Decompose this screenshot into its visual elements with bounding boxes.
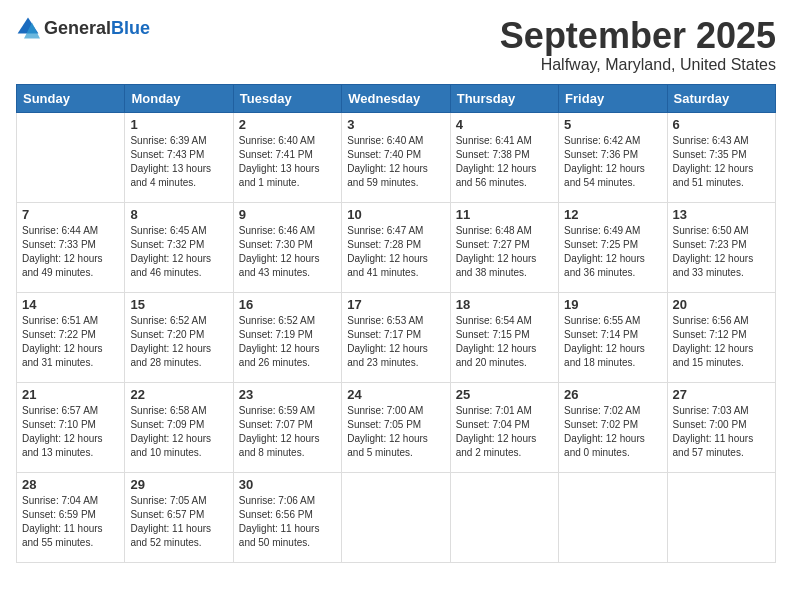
calendar-cell [667,472,775,562]
day-info: Sunrise: 6:48 AM Sunset: 7:27 PM Dayligh… [456,224,553,280]
column-header-wednesday: Wednesday [342,84,450,112]
day-number: 3 [347,117,444,132]
calendar-cell: 28Sunrise: 7:04 AM Sunset: 6:59 PM Dayli… [17,472,125,562]
day-info: Sunrise: 6:40 AM Sunset: 7:40 PM Dayligh… [347,134,444,190]
calendar-cell: 12Sunrise: 6:49 AM Sunset: 7:25 PM Dayli… [559,202,667,292]
day-number: 23 [239,387,336,402]
day-number: 13 [673,207,770,222]
day-info: Sunrise: 6:50 AM Sunset: 7:23 PM Dayligh… [673,224,770,280]
day-number: 7 [22,207,119,222]
calendar-header-row: SundayMondayTuesdayWednesdayThursdayFrid… [17,84,776,112]
day-info: Sunrise: 6:52 AM Sunset: 7:19 PM Dayligh… [239,314,336,370]
column-header-monday: Monday [125,84,233,112]
day-info: Sunrise: 7:06 AM Sunset: 6:56 PM Dayligh… [239,494,336,550]
day-number: 18 [456,297,553,312]
month-title: September 2025 [500,16,776,56]
calendar-cell: 20Sunrise: 6:56 AM Sunset: 7:12 PM Dayli… [667,292,775,382]
calendar-cell: 24Sunrise: 7:00 AM Sunset: 7:05 PM Dayli… [342,382,450,472]
column-header-friday: Friday [559,84,667,112]
logo-general: General [44,18,111,38]
day-number: 14 [22,297,119,312]
column-header-sunday: Sunday [17,84,125,112]
week-row-3: 14Sunrise: 6:51 AM Sunset: 7:22 PM Dayli… [17,292,776,382]
location-title: Halfway, Maryland, United States [500,56,776,74]
day-info: Sunrise: 7:03 AM Sunset: 7:00 PM Dayligh… [673,404,770,460]
calendar-cell: 26Sunrise: 7:02 AM Sunset: 7:02 PM Dayli… [559,382,667,472]
day-number: 2 [239,117,336,132]
day-number: 12 [564,207,661,222]
day-info: Sunrise: 6:43 AM Sunset: 7:35 PM Dayligh… [673,134,770,190]
week-row-2: 7Sunrise: 6:44 AM Sunset: 7:33 PM Daylig… [17,202,776,292]
day-info: Sunrise: 6:46 AM Sunset: 7:30 PM Dayligh… [239,224,336,280]
calendar-cell: 22Sunrise: 6:58 AM Sunset: 7:09 PM Dayli… [125,382,233,472]
day-info: Sunrise: 7:00 AM Sunset: 7:05 PM Dayligh… [347,404,444,460]
day-number: 16 [239,297,336,312]
day-number: 28 [22,477,119,492]
calendar-table: SundayMondayTuesdayWednesdayThursdayFrid… [16,84,776,563]
calendar-cell: 9Sunrise: 6:46 AM Sunset: 7:30 PM Daylig… [233,202,341,292]
week-row-5: 28Sunrise: 7:04 AM Sunset: 6:59 PM Dayli… [17,472,776,562]
column-header-tuesday: Tuesday [233,84,341,112]
header: GeneralBlue September 2025 Halfway, Mary… [16,16,776,74]
day-info: Sunrise: 7:02 AM Sunset: 7:02 PM Dayligh… [564,404,661,460]
calendar-cell: 7Sunrise: 6:44 AM Sunset: 7:33 PM Daylig… [17,202,125,292]
calendar-cell: 16Sunrise: 6:52 AM Sunset: 7:19 PM Dayli… [233,292,341,382]
week-row-1: 1Sunrise: 6:39 AM Sunset: 7:43 PM Daylig… [17,112,776,202]
week-row-4: 21Sunrise: 6:57 AM Sunset: 7:10 PM Dayli… [17,382,776,472]
calendar-cell: 3Sunrise: 6:40 AM Sunset: 7:40 PM Daylig… [342,112,450,202]
day-number: 20 [673,297,770,312]
calendar-cell: 10Sunrise: 6:47 AM Sunset: 7:28 PM Dayli… [342,202,450,292]
day-info: Sunrise: 7:01 AM Sunset: 7:04 PM Dayligh… [456,404,553,460]
logo-text: GeneralBlue [44,18,150,39]
day-number: 15 [130,297,227,312]
calendar-cell [17,112,125,202]
day-info: Sunrise: 7:05 AM Sunset: 6:57 PM Dayligh… [130,494,227,550]
day-number: 24 [347,387,444,402]
calendar-cell: 30Sunrise: 7:06 AM Sunset: 6:56 PM Dayli… [233,472,341,562]
calendar-cell [342,472,450,562]
calendar-cell: 15Sunrise: 6:52 AM Sunset: 7:20 PM Dayli… [125,292,233,382]
calendar-cell: 19Sunrise: 6:55 AM Sunset: 7:14 PM Dayli… [559,292,667,382]
day-number: 26 [564,387,661,402]
day-info: Sunrise: 6:40 AM Sunset: 7:41 PM Dayligh… [239,134,336,190]
day-number: 9 [239,207,336,222]
day-number: 29 [130,477,227,492]
day-info: Sunrise: 6:42 AM Sunset: 7:36 PM Dayligh… [564,134,661,190]
day-number: 27 [673,387,770,402]
day-info: Sunrise: 6:41 AM Sunset: 7:38 PM Dayligh… [456,134,553,190]
calendar-cell: 8Sunrise: 6:45 AM Sunset: 7:32 PM Daylig… [125,202,233,292]
calendar-cell: 25Sunrise: 7:01 AM Sunset: 7:04 PM Dayli… [450,382,558,472]
day-info: Sunrise: 6:49 AM Sunset: 7:25 PM Dayligh… [564,224,661,280]
day-info: Sunrise: 6:58 AM Sunset: 7:09 PM Dayligh… [130,404,227,460]
day-info: Sunrise: 6:44 AM Sunset: 7:33 PM Dayligh… [22,224,119,280]
day-number: 4 [456,117,553,132]
day-number: 30 [239,477,336,492]
day-info: Sunrise: 6:55 AM Sunset: 7:14 PM Dayligh… [564,314,661,370]
day-info: Sunrise: 6:59 AM Sunset: 7:07 PM Dayligh… [239,404,336,460]
day-info: Sunrise: 6:54 AM Sunset: 7:15 PM Dayligh… [456,314,553,370]
calendar-cell: 21Sunrise: 6:57 AM Sunset: 7:10 PM Dayli… [17,382,125,472]
title-area: September 2025 Halfway, Maryland, United… [500,16,776,74]
day-info: Sunrise: 6:57 AM Sunset: 7:10 PM Dayligh… [22,404,119,460]
calendar-cell: 18Sunrise: 6:54 AM Sunset: 7:15 PM Dayli… [450,292,558,382]
day-info: Sunrise: 6:45 AM Sunset: 7:32 PM Dayligh… [130,224,227,280]
logo-blue: Blue [111,18,150,38]
calendar-cell [450,472,558,562]
calendar-cell: 6Sunrise: 6:43 AM Sunset: 7:35 PM Daylig… [667,112,775,202]
calendar-cell: 5Sunrise: 6:42 AM Sunset: 7:36 PM Daylig… [559,112,667,202]
day-number: 25 [456,387,553,402]
calendar-cell: 13Sunrise: 6:50 AM Sunset: 7:23 PM Dayli… [667,202,775,292]
calendar-cell: 17Sunrise: 6:53 AM Sunset: 7:17 PM Dayli… [342,292,450,382]
day-info: Sunrise: 6:52 AM Sunset: 7:20 PM Dayligh… [130,314,227,370]
calendar-cell: 29Sunrise: 7:05 AM Sunset: 6:57 PM Dayli… [125,472,233,562]
column-header-thursday: Thursday [450,84,558,112]
column-header-saturday: Saturday [667,84,775,112]
day-number: 21 [22,387,119,402]
calendar-cell: 4Sunrise: 6:41 AM Sunset: 7:38 PM Daylig… [450,112,558,202]
calendar-cell: 11Sunrise: 6:48 AM Sunset: 7:27 PM Dayli… [450,202,558,292]
day-number: 10 [347,207,444,222]
logo: GeneralBlue [16,16,150,40]
day-number: 22 [130,387,227,402]
logo-icon [16,16,40,40]
day-info: Sunrise: 6:39 AM Sunset: 7:43 PM Dayligh… [130,134,227,190]
